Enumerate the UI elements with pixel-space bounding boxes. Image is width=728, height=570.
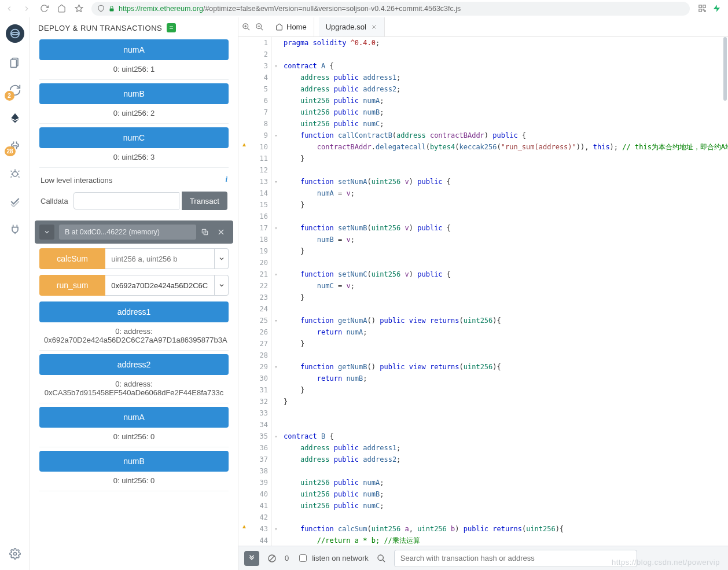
code-line[interactable]: 4 address public address1; [238, 72, 728, 83]
instance-collapse-icon[interactable] [39, 225, 54, 240]
code-line[interactable]: 41 uint256 public numC; [238, 500, 728, 512]
code-line[interactable]: 26 return numA; [238, 326, 728, 338]
svg-point-40 [378, 555, 383, 560]
code-line[interactable]: 39 uint256 public numA; [238, 477, 728, 488]
calcSum-button[interactable]: calcSum [39, 248, 105, 269]
unit-test-icon[interactable] [7, 193, 23, 209]
info-icon[interactable]: i [225, 175, 227, 184]
code-line[interactable]: 1pragma solidity ^0.4.0; [238, 37, 728, 49]
code-line[interactable]: 3▾contract A { [238, 60, 728, 72]
calcSum-expand-icon[interactable] [215, 248, 229, 269]
code-line[interactable]: 25▾ function getNumA() public view retur… [238, 315, 728, 326]
terminal-toggle-icon[interactable] [244, 551, 259, 566]
close-icon[interactable] [217, 228, 229, 236]
search-icon[interactable] [377, 554, 386, 563]
address1-button[interactable]: address1 [39, 301, 229, 322]
nav-home-icon[interactable] [57, 4, 66, 13]
code-line[interactable]: 13▾ function setNumA(uint256 v) public { [238, 176, 728, 187]
debugger-icon[interactable] [7, 166, 23, 182]
code-line[interactable]: 21▾ function setNumC(uint256 v) public { [238, 269, 728, 280]
code-line[interactable]: 6 uint256 public numA; [238, 95, 728, 106]
code-line[interactable]: ▲43▾ function calcSum(uint256 a, uint256… [238, 523, 728, 535]
listen-checkbox-input[interactable] [299, 554, 307, 562]
svg-line-17 [18, 171, 19, 172]
run-sum-button[interactable]: run_sum [39, 275, 105, 296]
panel-title: DEPLOY & RUN TRANSACTIONS [30, 17, 238, 36]
terminal-search-input[interactable] [394, 550, 637, 567]
svg-marker-11 [11, 113, 19, 120]
numC-button[interactable]: numC [39, 127, 229, 148]
tab-file[interactable]: Upgrade.sol [319, 17, 385, 36]
editor-scrollbar[interactable] [720, 37, 728, 546]
code-line[interactable]: 16 [238, 211, 728, 222]
code-line[interactable]: 35▾contract B { [238, 431, 728, 442]
run-sum-expand-icon[interactable] [215, 275, 229, 296]
code-line[interactable]: 18 numB = v; [238, 234, 728, 245]
nav-reload-icon[interactable] [39, 4, 49, 13]
tab-home[interactable]: Home [269, 17, 314, 36]
nav-star-icon[interactable] [74, 4, 83, 13]
code-line[interactable]: 24 [238, 303, 728, 315]
code-line[interactable]: 42 [238, 512, 728, 523]
address2-button[interactable]: address2 [39, 354, 229, 375]
address-bar[interactable]: https://remix.ethereum.org/#optimize=fal… [91, 2, 690, 16]
code-line[interactable]: 36 address public address1; [238, 442, 728, 454]
compiler-icon[interactable]: 2 [7, 82, 23, 98]
settings-icon[interactable] [7, 546, 23, 562]
code-line[interactable]: 20 [238, 257, 728, 269]
listen-checkbox[interactable]: listen on network [297, 553, 369, 564]
code-line[interactable]: 22 numC = v; [238, 280, 728, 292]
transact-button[interactable]: Transact [182, 192, 227, 210]
code-line[interactable]: 5 address public address2; [238, 83, 728, 95]
editor-area: Home Upgrade.sol 1pragma solidity ^0.4.0… [238, 17, 728, 570]
code-line[interactable]: 17▾ function setNumB(uint256 v) public { [238, 222, 728, 234]
code-line[interactable]: 38 [238, 465, 728, 477]
b-numA-button[interactable]: numA [39, 407, 229, 428]
svg-line-19 [18, 176, 19, 178]
code-line[interactable]: 19 } [238, 245, 728, 257]
ban-icon[interactable] [267, 554, 277, 563]
calldata-input[interactable] [73, 192, 179, 209]
calcSum-input[interactable] [105, 248, 215, 269]
code-line[interactable]: 8 uint256 public numC; [238, 118, 728, 130]
code-line[interactable]: 14 numA = v; [238, 187, 728, 199]
code-line[interactable]: 32} [238, 396, 728, 407]
code-line[interactable]: 12 [238, 164, 728, 176]
nav-forward-icon[interactable] [22, 4, 31, 13]
code-line[interactable]: ▲10 contractBAddr.delegatecall(bytes4(ke… [238, 141, 728, 153]
code-line[interactable]: 31 } [238, 384, 728, 396]
code-line[interactable]: 7 uint256 public numB; [238, 106, 728, 118]
code-line[interactable]: 29▾ function getNumB() public view retur… [238, 361, 728, 373]
code-line[interactable]: 40 uint256 public numB; [238, 488, 728, 500]
code-line[interactable]: 9▾ function callContractB(address contra… [238, 130, 728, 141]
code-line[interactable]: 44 //return a * b; //乘法运算 [238, 535, 728, 546]
flash-icon[interactable] [712, 4, 721, 13]
code-line[interactable]: 11 } [238, 153, 728, 164]
code-line[interactable]: 23 } [238, 292, 728, 303]
b-numB-button[interactable]: numB [39, 451, 229, 472]
code-line[interactable]: 2 [238, 49, 728, 60]
tab-close-icon[interactable] [371, 24, 377, 30]
numB-button[interactable]: numB [39, 83, 229, 104]
run-sum-input[interactable] [105, 275, 215, 296]
zoom-in-icon[interactable] [242, 23, 251, 31]
code-line[interactable]: 15 } [238, 199, 728, 211]
code-line[interactable]: 33 [238, 407, 728, 419]
file-explorer-icon[interactable] [7, 54, 23, 71]
code-editor[interactable]: 1pragma solidity ^0.4.0;2 3▾contract A {… [238, 37, 728, 546]
numA-button[interactable]: numA [39, 39, 229, 60]
code-line[interactable]: 27 } [238, 338, 728, 350]
code-line[interactable]: 34 [238, 419, 728, 431]
analyzer-icon[interactable]: 28 [7, 138, 23, 154]
svg-marker-0 [75, 5, 83, 12]
deploy-run-icon[interactable] [7, 110, 23, 126]
remix-logo-icon[interactable] [6, 24, 24, 43]
code-line[interactable]: 37 address public address2; [238, 454, 728, 465]
code-line[interactable]: 30 return numB; [238, 373, 728, 384]
plugin-icon[interactable] [7, 221, 23, 237]
zoom-out-icon[interactable] [255, 23, 264, 31]
qr-icon[interactable] [698, 4, 707, 13]
code-line[interactable]: 28 [238, 350, 728, 361]
nav-back-icon[interactable] [5, 4, 14, 13]
copy-icon[interactable] [201, 228, 212, 236]
